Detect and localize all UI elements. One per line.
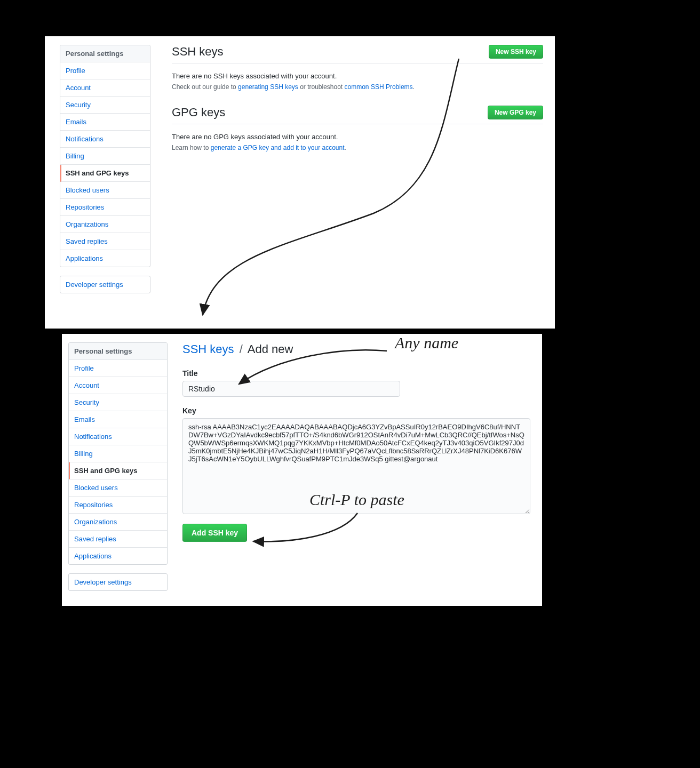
sidebar-item-emails[interactable]: Emails xyxy=(60,114,150,131)
sidebar-menu-secondary: Developer settings xyxy=(60,276,150,293)
sidebar-item-account-b[interactable]: Account xyxy=(69,377,167,394)
annotation-any-name: Any name xyxy=(395,334,458,352)
sidebar-item-profile[interactable]: Profile xyxy=(60,62,150,79)
gpg-title: GPG keys xyxy=(172,106,225,119)
sidebar-bottom: Personal settings Profile Account Securi… xyxy=(62,334,168,606)
breadcrumb-ssh-keys[interactable]: SSH keys xyxy=(182,342,234,356)
ssh-guide-link[interactable]: generating SSH keys xyxy=(238,83,298,91)
content-bottom: SSH keys / Add new Title Key Add SSH key xyxy=(168,334,542,606)
sidebar-menu: Personal settings Profile Account Securi… xyxy=(60,45,150,267)
content-top: SSH keys New SSH key There are no SSH ke… xyxy=(150,36,555,329)
sidebar-item-ssh-gpg[interactable]: SSH and GPG keys xyxy=(60,165,150,182)
sidebar: Personal settings Profile Account Securi… xyxy=(45,36,150,329)
sidebar-item-developer[interactable]: Developer settings xyxy=(60,276,150,293)
sidebar-item-security-b[interactable]: Security xyxy=(69,394,167,411)
sidebar-item-notifications[interactable]: Notifications xyxy=(60,131,150,148)
gpg-empty-text: There are no GPG keys associated with yo… xyxy=(172,133,543,141)
settings-panel-bottom: Personal settings Profile Account Securi… xyxy=(62,334,542,606)
ssh-problems-link[interactable]: common SSH Problems xyxy=(345,83,413,91)
title-label: Title xyxy=(182,369,530,378)
key-label: Key xyxy=(182,406,530,415)
sidebar-item-blocked[interactable]: Blocked users xyxy=(60,182,150,199)
sidebar-header-bottom: Personal settings xyxy=(69,343,167,360)
ssh-title: SSH keys xyxy=(172,45,224,59)
sidebar-menu-secondary-b: Developer settings xyxy=(68,573,168,591)
ssh-header: SSH keys New SSH key xyxy=(172,45,543,63)
ssh-hint: Check out our guide to generating SSH ke… xyxy=(172,83,543,91)
new-gpg-key-button[interactable]: New GPG key xyxy=(488,106,543,119)
sidebar-item-repositories[interactable]: Repositories xyxy=(60,199,150,216)
sidebar-item-organizations-b[interactable]: Organizations xyxy=(69,514,167,531)
title-input[interactable] xyxy=(182,381,400,397)
breadcrumb: SSH keys / Add new xyxy=(182,342,530,356)
sidebar-item-emails-b[interactable]: Emails xyxy=(69,411,167,428)
sidebar-item-security[interactable]: Security xyxy=(60,97,150,114)
gpg-guide-link[interactable]: generate a GPG key and add it to your ac… xyxy=(211,144,345,151)
ssh-hint-suffix: . xyxy=(413,83,415,91)
gpg-hint-suffix: . xyxy=(345,144,346,151)
ssh-empty-text: There are no SSH keys associated with yo… xyxy=(172,72,543,80)
sidebar-item-profile-b[interactable]: Profile xyxy=(69,360,167,377)
sidebar-item-billing[interactable]: Billing xyxy=(60,148,150,165)
sidebar-header: Personal settings xyxy=(60,45,150,62)
breadcrumb-current: Add new xyxy=(248,342,293,356)
sidebar-menu-bottom: Personal settings Profile Account Securi… xyxy=(68,342,168,565)
gpg-header: GPG keys New GPG key xyxy=(172,106,543,124)
new-ssh-key-button[interactable]: New SSH key xyxy=(489,45,543,59)
ssh-hint-mid: or troubleshoot xyxy=(298,83,345,91)
breadcrumb-sep: / xyxy=(240,342,243,356)
sidebar-item-saved-replies-b[interactable]: Saved replies xyxy=(69,531,167,548)
annotation-ctrl-p: Ctrl-P to paste xyxy=(309,491,404,509)
gpg-hint-prefix: Learn how to xyxy=(172,144,211,151)
sidebar-item-organizations[interactable]: Organizations xyxy=(60,216,150,233)
sidebar-item-repositories-b[interactable]: Repositories xyxy=(69,497,167,514)
sidebar-item-applications-b[interactable]: Applications xyxy=(69,548,167,564)
sidebar-item-billing-b[interactable]: Billing xyxy=(69,445,167,462)
add-ssh-key-button[interactable]: Add SSH key xyxy=(182,524,247,542)
sidebar-item-notifications-b[interactable]: Notifications xyxy=(69,428,167,445)
sidebar-item-developer-b[interactable]: Developer settings xyxy=(69,574,167,590)
gpg-hint: Learn how to generate a GPG key and add … xyxy=(172,144,543,151)
sidebar-item-ssh-gpg-b[interactable]: SSH and GPG keys xyxy=(69,462,167,479)
sidebar-item-blocked-b[interactable]: Blocked users xyxy=(69,479,167,497)
sidebar-item-saved-replies[interactable]: Saved replies xyxy=(60,233,150,250)
sidebar-item-applications[interactable]: Applications xyxy=(60,250,150,267)
settings-panel-top: Personal settings Profile Account Securi… xyxy=(45,36,555,329)
ssh-hint-prefix: Check out our guide to xyxy=(172,83,238,91)
sidebar-item-account[interactable]: Account xyxy=(60,79,150,97)
